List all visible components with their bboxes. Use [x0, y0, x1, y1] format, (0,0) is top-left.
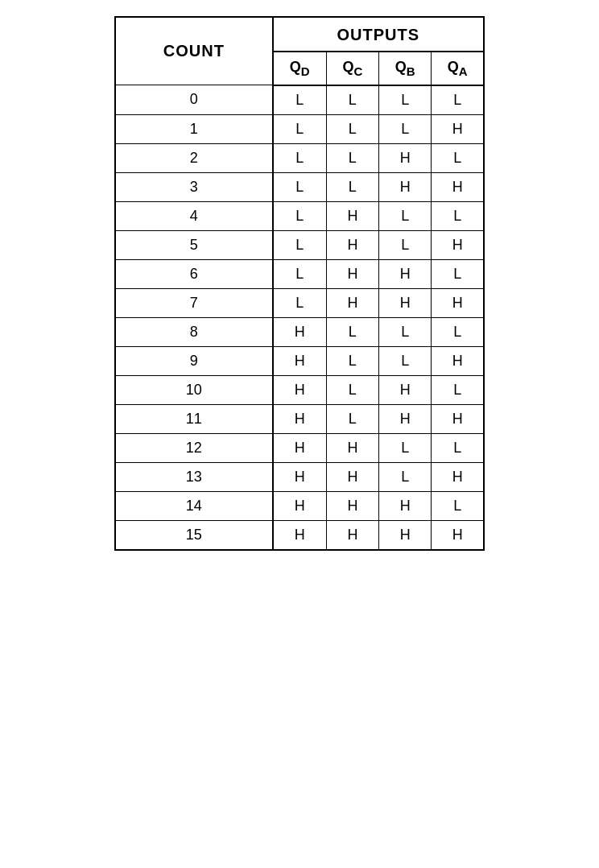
qa-cell: L — [432, 433, 483, 462]
qd-cell: H — [273, 346, 327, 375]
count-cell: 2 — [116, 143, 273, 172]
qd-cell: L — [273, 201, 327, 230]
qd-cell: H — [273, 375, 327, 404]
qb-cell: H — [379, 172, 432, 201]
qb-cell: H — [379, 375, 432, 404]
qa-cell: L — [432, 85, 483, 115]
table-row: 11HLHH — [116, 404, 483, 433]
qc-cell: L — [326, 317, 378, 346]
qa-cell: H — [432, 230, 483, 259]
qd-cell: L — [273, 230, 327, 259]
qa-cell: H — [432, 462, 483, 491]
qb-cell: H — [379, 520, 432, 549]
table-row: 2LLHL — [116, 143, 483, 172]
table-row: 0LLLL — [116, 85, 483, 115]
count-cell: 12 — [116, 433, 273, 462]
qa-cell: H — [432, 288, 483, 317]
qb-cell: H — [379, 288, 432, 317]
qd-cell: H — [273, 520, 327, 549]
qa-cell: L — [432, 259, 483, 288]
count-cell: 10 — [116, 375, 273, 404]
col-qd-header: QD — [273, 52, 327, 85]
col-qc-header: QC — [326, 52, 378, 85]
table-row: 7LHHH — [116, 288, 483, 317]
qb-cell: L — [379, 346, 432, 375]
qd-cell: L — [273, 114, 327, 143]
col-qa-header: QA — [432, 52, 483, 85]
qa-cell: H — [432, 172, 483, 201]
table-row: 6LHHL — [116, 259, 483, 288]
qc-cell: H — [326, 230, 378, 259]
table-row: 9HLLH — [116, 346, 483, 375]
qc-cell: L — [326, 172, 378, 201]
qb-cell: L — [379, 85, 432, 115]
table-row: 10HLHL — [116, 375, 483, 404]
qc-cell: H — [326, 491, 378, 520]
count-header: COUNT — [116, 18, 273, 85]
qd-cell: H — [273, 404, 327, 433]
qc-cell: H — [326, 462, 378, 491]
table-row: 3LLHH — [116, 172, 483, 201]
qa-cell: L — [432, 201, 483, 230]
qa-cell: L — [432, 375, 483, 404]
count-cell: 1 — [116, 114, 273, 143]
qc-cell: L — [326, 375, 378, 404]
count-cell: 6 — [116, 259, 273, 288]
qc-cell: L — [326, 404, 378, 433]
qb-cell: H — [379, 259, 432, 288]
qc-cell: H — [326, 520, 378, 549]
qa-cell: L — [432, 317, 483, 346]
qd-cell: L — [273, 172, 327, 201]
qb-cell: L — [379, 114, 432, 143]
qa-cell: H — [432, 404, 483, 433]
qa-cell: L — [432, 491, 483, 520]
table-row: 12HHLL — [116, 433, 483, 462]
count-cell: 11 — [116, 404, 273, 433]
qb-cell: L — [379, 317, 432, 346]
qb-cell: L — [379, 201, 432, 230]
table-row: 5LHLH — [116, 230, 483, 259]
qd-cell: L — [273, 143, 327, 172]
qb-cell: H — [379, 404, 432, 433]
qc-cell: H — [326, 433, 378, 462]
count-cell: 3 — [116, 172, 273, 201]
qb-cell: L — [379, 230, 432, 259]
col-qb-header: QB — [379, 52, 432, 85]
count-cell: 13 — [116, 462, 273, 491]
table-row: 14HHHL — [116, 491, 483, 520]
qd-cell: H — [273, 317, 327, 346]
count-cell: 4 — [116, 201, 273, 230]
qd-cell: L — [273, 288, 327, 317]
qc-cell: H — [326, 288, 378, 317]
count-cell: 15 — [116, 520, 273, 549]
qc-cell: L — [326, 346, 378, 375]
qc-cell: L — [326, 85, 378, 115]
qa-cell: L — [432, 143, 483, 172]
qd-cell: L — [273, 85, 327, 115]
count-cell: 5 — [116, 230, 273, 259]
qd-cell: H — [273, 462, 327, 491]
qa-cell: H — [432, 346, 483, 375]
qb-cell: L — [379, 433, 432, 462]
qa-cell: H — [432, 520, 483, 549]
qa-cell: H — [432, 114, 483, 143]
qc-cell: H — [326, 259, 378, 288]
count-cell: 0 — [116, 85, 273, 115]
qb-cell: L — [379, 462, 432, 491]
qd-cell: H — [273, 491, 327, 520]
qd-cell: H — [273, 433, 327, 462]
table-row: 13HHLH — [116, 462, 483, 491]
table-row: 1LLLH — [116, 114, 483, 143]
qc-cell: L — [326, 114, 378, 143]
table-row: 8HLLL — [116, 317, 483, 346]
qc-cell: L — [326, 143, 378, 172]
table-row: 15HHHH — [116, 520, 483, 549]
count-cell: 9 — [116, 346, 273, 375]
count-cell: 14 — [116, 491, 273, 520]
truth-table: COUNT OUTPUTS QD QC QB QA 0LLLL1LLLH2LLH… — [114, 16, 485, 551]
qc-cell: H — [326, 201, 378, 230]
qb-cell: H — [379, 491, 432, 520]
qd-cell: L — [273, 259, 327, 288]
count-cell: 8 — [116, 317, 273, 346]
count-cell: 7 — [116, 288, 273, 317]
